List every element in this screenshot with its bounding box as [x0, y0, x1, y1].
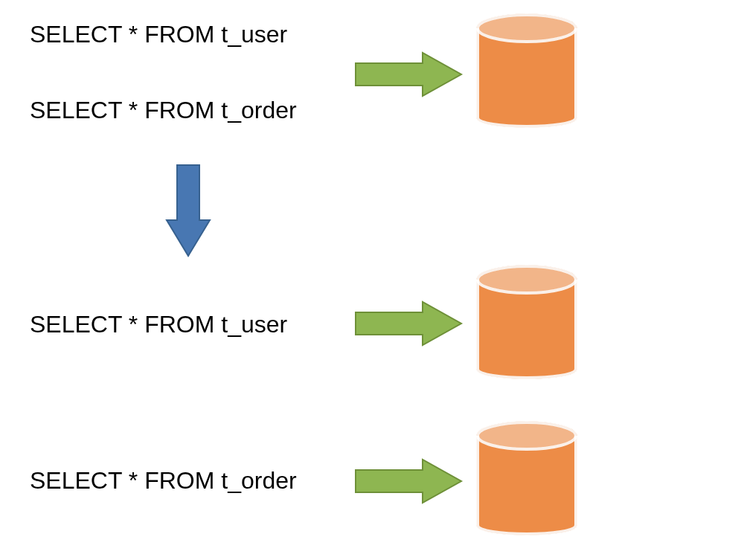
- sql-query-mid-user: SELECT * FROM t_user: [30, 311, 287, 338]
- sql-query-bot-order: SELECT * FROM t_order: [30, 467, 297, 495]
- database-icon: [473, 259, 580, 390]
- svg-marker-3: [167, 165, 210, 256]
- arrow-right-icon: [353, 455, 464, 507]
- sql-query-top-user: SELECT * FROM t_user: [30, 21, 287, 48]
- svg-marker-4: [356, 302, 461, 345]
- database-icon: [473, 7, 580, 138]
- arrow-down-icon: [162, 162, 214, 259]
- arrow-right-icon: [353, 48, 464, 100]
- arrow-right-icon: [353, 297, 464, 350]
- database-icon: [473, 415, 580, 546]
- svg-marker-7: [356, 460, 461, 503]
- sql-query-top-order: SELECT * FROM t_order: [30, 97, 297, 124]
- svg-marker-0: [356, 53, 461, 96]
